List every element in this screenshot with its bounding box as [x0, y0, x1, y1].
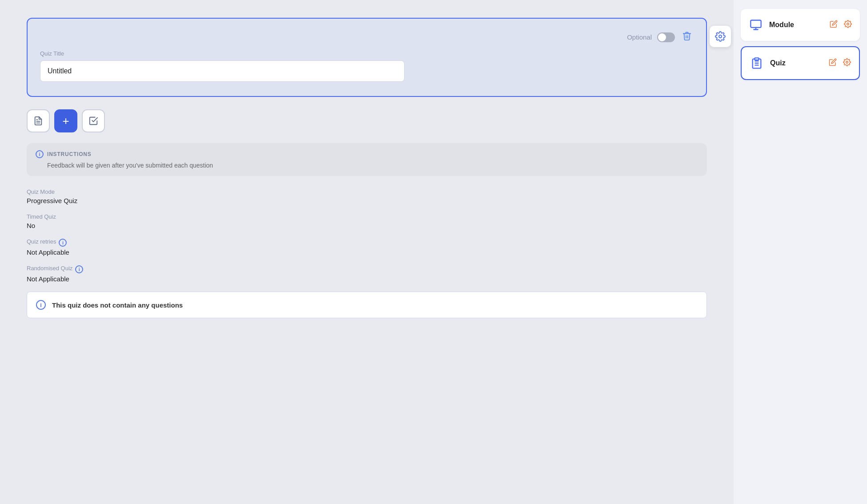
randomised-quiz-label-row: Randomised Quiz i — [27, 265, 707, 273]
sidebar-module-left: Module — [748, 17, 794, 33]
plus-icon: + — [62, 115, 69, 127]
svg-point-11 — [846, 61, 848, 63]
module-icon — [748, 17, 764, 33]
svg-rect-7 — [755, 58, 759, 60]
randomised-quiz-value: Not Applicable — [27, 275, 707, 283]
quiz-card-top: Optional — [40, 29, 694, 45]
svg-point-6 — [847, 23, 849, 25]
module-actions — [829, 19, 853, 31]
timed-quiz-value: No — [27, 222, 707, 229]
toolbar: + — [27, 109, 707, 132]
svg-rect-3 — [751, 20, 761, 28]
module-settings-button[interactable] — [843, 19, 853, 31]
sidebar-quiz-left: Quiz — [749, 55, 786, 71]
svg-point-0 — [719, 35, 722, 38]
timed-quiz-section: Timed Quiz No — [27, 213, 707, 229]
instructions-info-icon: i — [36, 150, 44, 158]
quiz-title: Quiz — [770, 59, 786, 67]
quiz-mode-value: Progressive Quiz — [27, 197, 707, 204]
quiz-retries-section: Quiz retries i Not Applicable — [27, 238, 707, 256]
quiz-mode-label: Quiz Mode — [27, 188, 707, 195]
randomised-quiz-section: Randomised Quiz i Not Applicable — [27, 265, 707, 283]
quiz-title-label: Quiz Title — [40, 50, 694, 57]
quiz-actions — [828, 57, 852, 69]
sidebar-module-card: Module — [741, 9, 860, 41]
instructions-text: Feedback will be given after you've subm… — [47, 162, 698, 169]
quiz-mode-section: Quiz Mode Progressive Quiz — [27, 188, 707, 204]
quiz-settings-gear-button[interactable] — [710, 26, 731, 47]
checklist-button[interactable] — [82, 109, 105, 132]
no-questions-info-icon: i — [36, 300, 46, 310]
quiz-retries-label: Quiz retries — [27, 238, 56, 245]
quiz-retries-info-icon[interactable]: i — [59, 239, 67, 247]
sidebar-quiz-card: Quiz — [741, 46, 860, 80]
instructions-box: i INSTRUCTIONS Feedback will be given af… — [27, 143, 707, 176]
no-questions-banner: i This quiz does not contain any questio… — [27, 292, 707, 318]
quiz-edit-button[interactable] — [828, 57, 838, 69]
quiz-icon — [749, 55, 765, 71]
timed-quiz-label: Timed Quiz — [27, 213, 707, 220]
document-button[interactable] — [27, 109, 50, 132]
quiz-retries-label-row: Quiz retries i — [27, 238, 707, 247]
sidebar: Module — [734, 0, 867, 504]
instructions-title: INSTRUCTIONS — [47, 151, 92, 157]
module-edit-button[interactable] — [829, 19, 839, 31]
quiz-card: Optional Quiz Title — [27, 18, 707, 97]
quiz-retries-value: Not Applicable — [27, 248, 707, 256]
randomised-quiz-label: Randomised Quiz — [27, 265, 72, 272]
quiz-settings-button[interactable] — [842, 57, 852, 69]
delete-button[interactable] — [680, 29, 694, 45]
quiz-title-input[interactable] — [40, 60, 405, 82]
optional-toggle[interactable] — [657, 32, 675, 42]
add-button[interactable]: + — [54, 109, 77, 132]
randomised-quiz-info-icon[interactable]: i — [75, 265, 83, 273]
optional-label: Optional — [627, 33, 652, 41]
no-questions-text: This quiz does not contain any questions — [52, 301, 183, 309]
instructions-header: i INSTRUCTIONS — [36, 150, 698, 158]
module-title: Module — [769, 21, 794, 29]
